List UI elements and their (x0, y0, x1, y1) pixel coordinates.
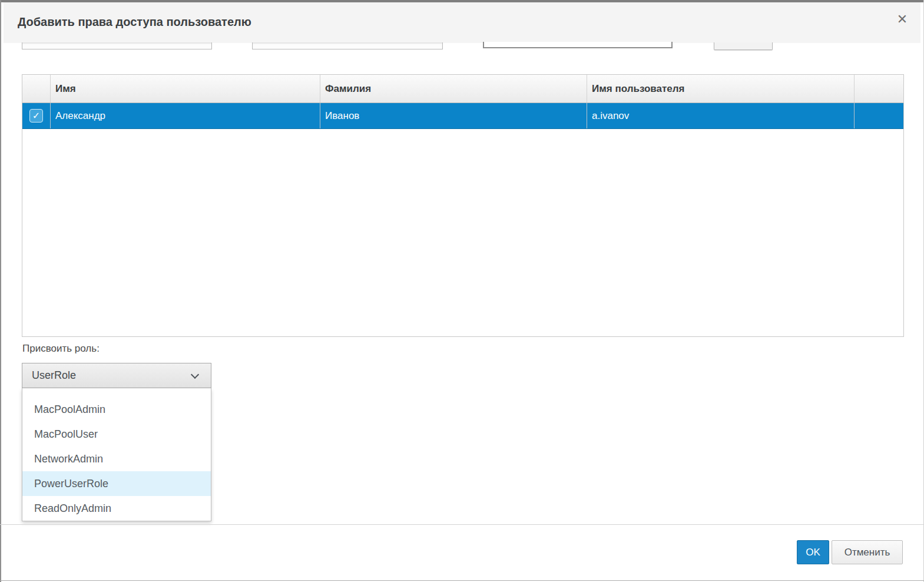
close-icon[interactable]: ✕ (893, 11, 911, 28)
user-row-selected[interactable]: ✓ Александр Иванов a.ivanov (22, 103, 903, 129)
dialog-header: Добавить права доступа пользователю (4, 2, 920, 43)
column-header-last-name[interactable]: Фамилия (320, 75, 587, 102)
users-table-header: Имя Фамилия Имя пользователя (22, 75, 903, 103)
role-select-value: UserRole (32, 363, 76, 388)
dialog-left-border (0, 0, 1, 582)
user-last-name: Иванов (320, 103, 587, 128)
select-all-column-header (22, 75, 51, 102)
role-option-macpooluser[interactable]: MacPoolUser (22, 422, 211, 447)
ok-button[interactable]: OK (797, 540, 829, 564)
user-row-checkbox[interactable]: ✓ (29, 109, 43, 123)
assign-role-label: Присвоить роль: (22, 343, 100, 355)
column-header-username[interactable]: Имя пользователя (587, 75, 855, 102)
role-option-label: MacPoolAdmin (22, 397, 211, 422)
role-option-label: ReadOnlyAdmin (22, 496, 211, 521)
role-option-label: MacPoolUser (22, 422, 211, 447)
role-option-label: InstanceCreator (22, 388, 211, 397)
column-header-first-name[interactable]: Имя (51, 75, 320, 102)
search-go-button-partial[interactable] (714, 42, 773, 50)
user-row-extra-cell (855, 103, 903, 128)
dialog-bottom-border (0, 580, 924, 581)
role-option-instancecreator[interactable]: InstanceCreator (22, 388, 211, 397)
footer-divider (0, 524, 924, 525)
column-header-extra (855, 75, 903, 102)
role-option-readonlyadmin[interactable]: ReadOnlyAdmin (22, 496, 211, 521)
role-option-poweruserrole[interactable]: PowerUserRole (22, 471, 211, 496)
cancel-button[interactable]: Отменить (832, 540, 903, 564)
role-option-macpooladmin[interactable]: MacPoolAdmin (22, 397, 211, 422)
add-user-permission-dialog: Добавить права доступа пользователю ✕ Им… (0, 0, 924, 582)
search-filter-select-partial[interactable] (252, 42, 443, 49)
role-option-label: PowerUserRole (22, 471, 211, 496)
role-dropdown-list: InstanceCreator MacPoolAdmin MacPoolUser… (22, 388, 211, 521)
role-select[interactable]: UserRole (22, 363, 211, 388)
user-first-name: Александр (51, 103, 320, 128)
role-option-networkadmin[interactable]: NetworkAdmin (22, 447, 211, 471)
dialog-title: Добавить права доступа пользователю (18, 15, 251, 29)
chevron-down-icon (191, 371, 199, 379)
user-username: a.ivanov (587, 103, 855, 128)
user-row-checkbox-cell: ✓ (22, 103, 51, 128)
checkmark-icon: ✓ (32, 111, 40, 121)
role-option-label: NetworkAdmin (22, 447, 211, 471)
search-text-input-partial[interactable] (483, 42, 673, 48)
users-table: Имя Фамилия Имя пользователя ✓ Александр… (22, 74, 904, 337)
search-scope-select-partial[interactable] (22, 42, 212, 49)
